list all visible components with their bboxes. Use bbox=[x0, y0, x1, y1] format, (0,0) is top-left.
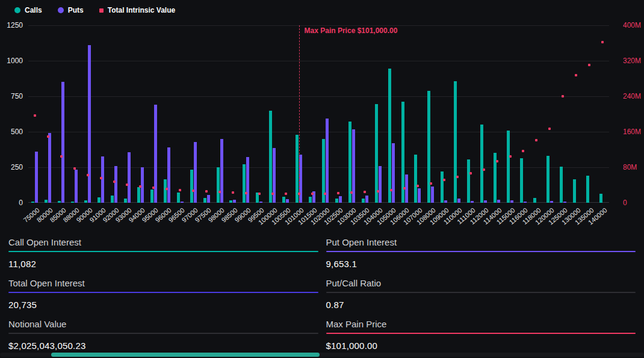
calls-bar[interactable] bbox=[467, 159, 470, 203]
calls-bar[interactable] bbox=[164, 179, 167, 203]
puts-bar[interactable] bbox=[392, 143, 395, 203]
calls-bar[interactable] bbox=[111, 196, 114, 203]
intrinsic-value-dot[interactable] bbox=[364, 191, 366, 193]
calls-bar[interactable] bbox=[71, 202, 74, 203]
puts-bar[interactable] bbox=[471, 201, 474, 203]
intrinsic-value-dot[interactable] bbox=[562, 95, 564, 97]
intrinsic-value-dot[interactable] bbox=[522, 150, 524, 152]
calls-bar[interactable] bbox=[560, 167, 563, 203]
intrinsic-value-dot[interactable] bbox=[152, 187, 155, 189]
intrinsic-value-dot[interactable] bbox=[139, 185, 141, 188]
intrinsic-value-dot[interactable] bbox=[588, 64, 590, 66]
intrinsic-value-dot[interactable] bbox=[443, 179, 445, 181]
intrinsic-value-dot[interactable] bbox=[179, 189, 181, 191]
calls-bar[interactable] bbox=[441, 171, 444, 203]
calls-bar[interactable] bbox=[243, 164, 246, 203]
puts-bar[interactable] bbox=[88, 45, 91, 203]
intrinsic-value-dot[interactable] bbox=[483, 168, 485, 171]
calls-bar[interactable] bbox=[362, 199, 365, 203]
intrinsic-value-dot[interactable] bbox=[390, 189, 392, 191]
puts-bar[interactable] bbox=[220, 139, 223, 203]
intrinsic-value-dot[interactable] bbox=[232, 191, 234, 194]
puts-bar[interactable] bbox=[286, 199, 289, 203]
intrinsic-value-dot[interactable] bbox=[416, 185, 419, 187]
intrinsic-value-dot[interactable] bbox=[285, 193, 287, 195]
puts-bar[interactable] bbox=[484, 200, 487, 203]
calls-bar[interactable] bbox=[599, 194, 602, 203]
puts-bar[interactable] bbox=[431, 187, 434, 203]
puts-bar[interactable] bbox=[299, 155, 302, 203]
intrinsic-value-dot[interactable] bbox=[100, 177, 102, 179]
legend-item-puts[interactable]: Puts bbox=[58, 6, 84, 14]
puts-bar[interactable] bbox=[510, 200, 513, 203]
calls-bar[interactable] bbox=[269, 111, 272, 203]
intrinsic-value-dot[interactable] bbox=[47, 135, 49, 138]
puts-bar[interactable] bbox=[563, 202, 566, 203]
puts-bar[interactable] bbox=[524, 202, 527, 203]
calls-bar[interactable] bbox=[586, 176, 589, 203]
puts-bar[interactable] bbox=[75, 170, 78, 203]
intrinsic-value-dot[interactable] bbox=[377, 190, 379, 193]
puts-bar[interactable] bbox=[444, 200, 447, 203]
calls-bar[interactable] bbox=[573, 179, 576, 203]
calls-bar[interactable] bbox=[177, 193, 180, 203]
calls-bar[interactable] bbox=[480, 125, 483, 203]
legend-item-total-intrinsic-value[interactable]: Total Intrinsic Value bbox=[99, 6, 175, 14]
intrinsic-value-dot[interactable] bbox=[192, 190, 194, 192]
puts-bar[interactable] bbox=[457, 199, 460, 203]
intrinsic-value-dot[interactable] bbox=[430, 182, 432, 185]
chart-scrollbar-track[interactable] bbox=[0, 353, 644, 357]
intrinsic-value-dot[interactable] bbox=[456, 176, 459, 178]
calls-bar[interactable] bbox=[229, 200, 232, 203]
calls-bar[interactable] bbox=[533, 198, 536, 203]
puts-bar[interactable] bbox=[128, 152, 131, 203]
calls-bar[interactable] bbox=[190, 170, 193, 203]
intrinsic-value-dot[interactable] bbox=[245, 192, 247, 194]
intrinsic-value-dot[interactable] bbox=[575, 74, 577, 76]
puts-bar[interactable] bbox=[365, 196, 368, 203]
puts-bar[interactable] bbox=[61, 82, 64, 203]
calls-bar[interactable] bbox=[98, 197, 101, 203]
puts-bar[interactable] bbox=[35, 152, 38, 203]
intrinsic-value-dot[interactable] bbox=[166, 188, 168, 190]
calls-bar[interactable] bbox=[388, 69, 391, 203]
puts-bar[interactable] bbox=[418, 188, 421, 203]
puts-bar[interactable] bbox=[379, 166, 382, 203]
puts-bar[interactable] bbox=[550, 201, 553, 203]
calls-bar[interactable] bbox=[414, 155, 417, 203]
calls-bar[interactable] bbox=[124, 199, 127, 203]
puts-bar[interactable] bbox=[207, 195, 210, 203]
intrinsic-value-dot[interactable] bbox=[271, 193, 274, 195]
intrinsic-value-dot[interactable] bbox=[509, 155, 512, 158]
intrinsic-value-dot[interactable] bbox=[403, 187, 406, 190]
calls-bar[interactable] bbox=[217, 167, 220, 203]
puts-bar[interactable] bbox=[339, 196, 342, 203]
intrinsic-value-dot[interactable] bbox=[60, 155, 63, 158]
calls-bar[interactable] bbox=[427, 91, 430, 203]
calls-bar[interactable] bbox=[282, 197, 285, 203]
puts-bar[interactable] bbox=[326, 119, 329, 203]
calls-bar[interactable] bbox=[348, 122, 351, 203]
intrinsic-value-dot[interactable] bbox=[126, 184, 128, 186]
calls-bar[interactable] bbox=[150, 190, 153, 203]
puts-bar[interactable] bbox=[497, 200, 500, 203]
calls-bar[interactable] bbox=[507, 131, 510, 203]
intrinsic-value-dot[interactable] bbox=[469, 172, 472, 174]
intrinsic-value-dot[interactable] bbox=[258, 193, 261, 195]
intrinsic-value-dot[interactable] bbox=[601, 41, 604, 43]
intrinsic-value-dot[interactable] bbox=[34, 114, 36, 117]
calls-bar[interactable] bbox=[375, 104, 378, 203]
intrinsic-value-dot[interactable] bbox=[87, 174, 89, 176]
intrinsic-value-dot[interactable] bbox=[350, 191, 353, 194]
calls-bar[interactable] bbox=[58, 201, 61, 203]
puts-bar[interactable] bbox=[259, 202, 262, 203]
puts-bar[interactable] bbox=[246, 157, 249, 203]
puts-bar[interactable] bbox=[181, 202, 184, 203]
intrinsic-value-dot[interactable] bbox=[535, 139, 537, 141]
intrinsic-value-dot[interactable] bbox=[324, 193, 326, 195]
intrinsic-value-dot[interactable] bbox=[337, 192, 339, 194]
calls-bar[interactable] bbox=[520, 158, 523, 203]
puts-bar[interactable] bbox=[167, 147, 170, 203]
calls-bar[interactable] bbox=[454, 81, 457, 203]
intrinsic-value-dot[interactable] bbox=[548, 128, 551, 130]
